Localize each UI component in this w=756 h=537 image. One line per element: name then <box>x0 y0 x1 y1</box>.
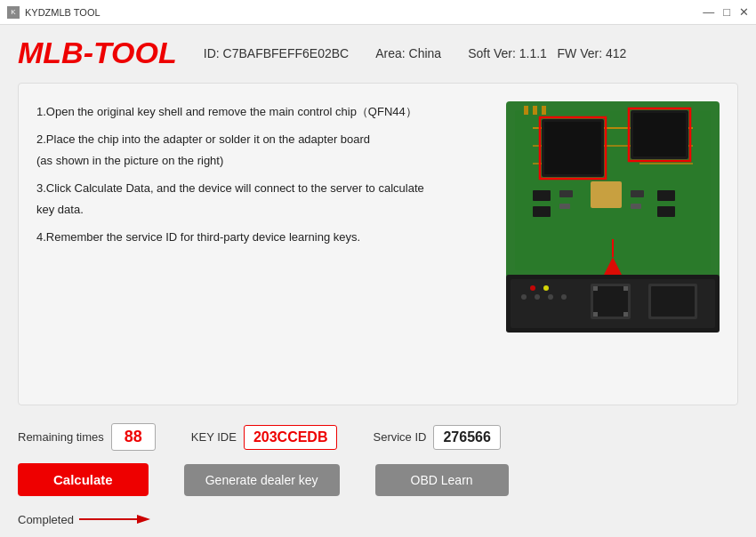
svg-point-31 <box>543 285 549 291</box>
titlebar-left: K KYDZMLB TOOL <box>7 6 101 19</box>
device-id: ID: C7BAFBFEFF6E02BC <box>204 46 349 60</box>
buttons-row: Calculate Generate dealer key OBD Learn <box>18 463 738 496</box>
app-icon: K <box>7 6 20 19</box>
instruction-step2: 2.Place the chip into the adapter or sol… <box>36 129 488 171</box>
svg-rect-15 <box>657 190 675 201</box>
key-ide-group: KEY IDE 203CCEDB <box>191 425 338 450</box>
fw-ver-label: FW Ver: <box>558 46 603 60</box>
svg-rect-13 <box>533 190 551 201</box>
svg-rect-39 <box>623 286 628 291</box>
key-ide-value: 203CCEDB <box>244 425 338 450</box>
titlebar-controls: — □ ✕ <box>703 6 749 18</box>
svg-rect-21 <box>524 106 528 115</box>
instructions: 1.Open the original key shell and remove… <box>36 101 488 387</box>
svg-rect-22 <box>533 106 537 115</box>
remaining-times-value: 88 <box>111 423 156 451</box>
calculate-button[interactable]: Calculate <box>18 463 149 496</box>
svg-rect-16 <box>657 206 675 217</box>
soft-ver-value: 1.1.1 <box>519 46 547 60</box>
svg-point-29 <box>561 294 567 300</box>
svg-point-26 <box>521 294 527 300</box>
instruction-step3: 3.Click Calculate Data, and the device w… <box>36 178 488 220</box>
soft-ver: Soft Ver: 1.1.1 FW Ver: 412 <box>468 46 626 60</box>
svg-rect-12 <box>591 181 622 208</box>
titlebar: K KYDZMLB TOOL — □ ✕ <box>0 0 756 25</box>
svg-rect-41 <box>623 312 628 317</box>
area-label: Area: <box>375 46 405 60</box>
service-id-label: Service ID <box>373 430 426 444</box>
completed-arrow <box>79 512 150 526</box>
obd-learn-button[interactable]: OBD Learn <box>375 464 509 496</box>
svg-rect-18 <box>631 190 644 197</box>
completed-status: Completed <box>18 513 74 526</box>
controls-row: Remaining times 88 KEY IDE 203CCEDB Serv… <box>18 423 738 451</box>
app-logo: MLB-TOOL <box>18 36 177 70</box>
area: Area: China <box>375 46 441 60</box>
svg-rect-19 <box>559 204 570 209</box>
header-info: ID: C7BAFBFEFF6E02BC Area: China Soft Ve… <box>204 46 627 60</box>
chip-image <box>506 101 720 333</box>
svg-point-30 <box>530 285 535 291</box>
area-value: China <box>409 46 442 60</box>
instruction-step1: 1.Open the original key shell and remove… <box>36 101 488 122</box>
svg-rect-37 <box>593 286 628 317</box>
svg-rect-7 <box>544 122 601 174</box>
fw-ver-value: 412 <box>606 46 626 60</box>
remaining-times-label: Remaining times <box>18 430 104 444</box>
status-row: Completed <box>18 512 738 526</box>
svg-rect-40 <box>593 312 598 317</box>
svg-rect-23 <box>542 106 546 115</box>
svg-rect-14 <box>533 206 551 217</box>
instruction-box: 1.Open the original key shell and remove… <box>18 83 738 405</box>
close-button[interactable]: ✕ <box>739 6 749 18</box>
device-id-label: ID: <box>204 46 220 60</box>
minimize-button[interactable]: — <box>703 6 714 18</box>
maximize-button[interactable]: □ <box>723 6 730 18</box>
soft-ver-label: Soft Ver: <box>468 46 516 60</box>
svg-rect-10 <box>633 113 686 156</box>
service-id-value: 276566 <box>433 425 500 450</box>
generate-dealer-key-button[interactable]: Generate dealer key <box>184 464 340 496</box>
device-id-value: C7BAFBFEFF6E02BC <box>223 46 350 60</box>
titlebar-title: KYDZMLB TOOL <box>25 7 101 18</box>
instruction-step4: 4.Remember the service ID for third-part… <box>36 227 488 247</box>
pcb-svg <box>506 101 720 333</box>
svg-rect-38 <box>593 286 598 291</box>
svg-point-28 <box>548 294 553 300</box>
svg-marker-43 <box>137 515 150 524</box>
service-id-group: Service ID 276566 <box>373 425 500 450</box>
key-ide-label: KEY IDE <box>191 430 237 444</box>
header: MLB-TOOL ID: C7BAFBFEFF6E02BC Area: Chin… <box>18 36 738 70</box>
svg-rect-17 <box>559 190 573 197</box>
svg-rect-35 <box>651 286 695 317</box>
arrow-svg <box>79 512 150 526</box>
remaining-times-group: Remaining times 88 <box>18 423 156 451</box>
main-content: MLB-TOOL ID: C7BAFBFEFF6E02BC Area: Chin… <box>0 25 756 537</box>
svg-point-27 <box>535 294 540 300</box>
svg-rect-20 <box>631 204 641 209</box>
